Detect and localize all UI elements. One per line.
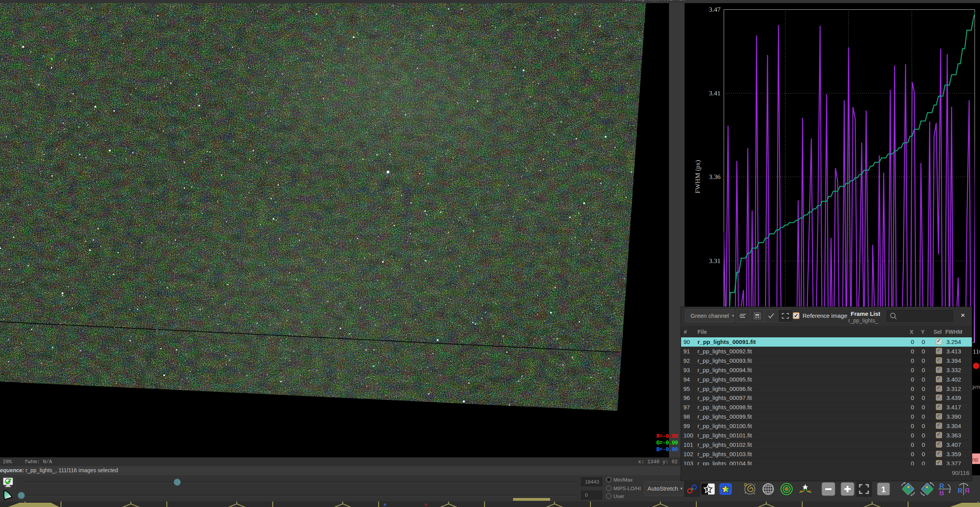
svg-text:R: R [965, 487, 969, 494]
svg-text:1: 1 [881, 485, 886, 494]
svg-text:op: op [972, 456, 978, 462]
svg-text:3.41: 3.41 [709, 90, 721, 97]
svg-text:FWHM (px): FWHM (px) [694, 160, 701, 193]
svg-text:116: 116 [973, 348, 980, 355]
svg-text:R: R [939, 482, 944, 490]
svg-text:gen: gen [971, 383, 980, 390]
svg-text:3.47: 3.47 [709, 6, 721, 13]
svg-text:3.36: 3.36 [709, 173, 721, 181]
svg-text:R: R [939, 489, 944, 496]
svg-text:R: R [958, 487, 962, 494]
svg-text:3.31: 3.31 [709, 257, 721, 265]
